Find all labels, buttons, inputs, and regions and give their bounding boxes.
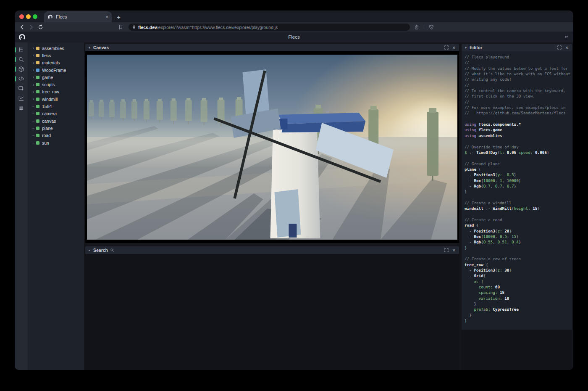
code-line: // https://github.com/SanderMertens/flec… — [465, 110, 572, 116]
tree-item-WoodFrame[interactable]: ›WoodFrame — [28, 66, 84, 74]
rail-stats-icon[interactable] — [15, 93, 28, 103]
entity-color-square — [36, 98, 39, 101]
chevron-right-icon[interactable]: › — [32, 75, 35, 79]
chevron-right-icon[interactable]: › — [32, 53, 35, 58]
rail-search-icon[interactable] — [15, 55, 28, 64]
reload-button[interactable] — [38, 24, 43, 30]
close-window-button[interactable] — [19, 14, 24, 19]
tree-item-label: sun — [42, 140, 49, 145]
rail-3d-cube-icon[interactable] — [15, 64, 28, 74]
tree-item-windmill[interactable]: ›windmill — [28, 95, 84, 103]
chevron-right-icon[interactable]: › — [32, 90, 35, 94]
code-line: - Box{10000, 1, 10000} — [465, 178, 572, 183]
search-expand-icon[interactable] — [444, 248, 449, 252]
code-line: using flecs.components.* — [465, 122, 572, 127]
search-close-icon[interactable]: ✕ — [452, 248, 456, 253]
code-line: tree_row { — [465, 262, 572, 267]
editor-panel-header: ▼ Editor ✕ — [462, 44, 572, 51]
rail-code-icon[interactable] — [15, 74, 28, 84]
entity-color-square — [36, 69, 39, 72]
browser-tab[interactable]: Flecs × — [44, 11, 112, 22]
tree-item-road[interactable]: –road — [28, 132, 84, 139]
code-line — [465, 195, 572, 200]
entity-color-square — [36, 76, 39, 79]
entity-color-square — [36, 47, 39, 50]
code-line: - Rgb{0.55, 0.51, 0.4} — [465, 239, 572, 245]
tab-title: Flecs — [56, 14, 106, 19]
tree-item-label: canvas — [42, 119, 56, 124]
chevron-down-icon[interactable]: ▼ — [464, 46, 467, 50]
tree-item-plane[interactable]: –plane — [28, 124, 84, 132]
back-button[interactable] — [19, 24, 25, 30]
tab-favicon-flecs-logo — [47, 14, 53, 20]
maximize-window-button[interactable] — [33, 14, 37, 19]
chevron-down-icon[interactable]: ▼ — [88, 46, 91, 50]
tree-item-label: scripts — [42, 82, 55, 87]
chevron-right-icon[interactable]: › — [32, 82, 35, 87]
rail-inspector-icon[interactable] — [15, 84, 28, 93]
tree-item-materials[interactable]: ›materials — [28, 59, 84, 66]
collapsed-dot-icon[interactable] — [89, 250, 90, 251]
code-line: // Flecs playground — [465, 54, 572, 60]
code-line — [465, 155, 572, 161]
tree-item-scripts[interactable]: ›scripts — [28, 81, 84, 88]
leaf-dash-icon: – — [32, 111, 35, 116]
code-line: - Box{10000, 0.5, 15} — [465, 234, 572, 239]
share-icon[interactable] — [414, 24, 419, 30]
tree-item-flecs[interactable]: ›flecs — [28, 52, 84, 59]
rail-commands-icon[interactable] — [15, 103, 28, 113]
tab-close-icon[interactable]: × — [106, 14, 108, 19]
leaf-dash-icon: – — [32, 126, 35, 130]
url-bar[interactable]: flecs.dev/explorer/?wasm=https://www.fle… — [129, 24, 410, 31]
tree-item-assemblies[interactable]: ›assemblies — [28, 45, 84, 52]
leaf-dash-icon: – — [32, 141, 35, 145]
canvas-expand-icon[interactable] — [444, 45, 449, 50]
rail-entities-tree-icon[interactable] — [15, 45, 28, 55]
editor-filler — [462, 330, 572, 370]
code-line — [465, 116, 572, 122]
bookmarks-icon[interactable] — [118, 24, 123, 30]
leaf-dash-icon: – — [32, 104, 35, 108]
editor-code[interactable]: // Flecs playground//// Modify the value… — [462, 51, 572, 324]
permalink-icon[interactable] — [564, 34, 569, 40]
canvas-3d-scene[interactable] — [87, 55, 457, 240]
windmill-door — [289, 224, 297, 238]
entity-color-square — [36, 119, 39, 123]
code-line: // writing any code! — [465, 77, 572, 82]
editor-panel-title: Editor — [470, 45, 482, 50]
tree-item-label: WoodFrame — [42, 68, 66, 73]
tree-item-game[interactable]: ›game — [28, 74, 84, 81]
tree-item-canvas[interactable]: –canvas — [28, 117, 84, 124]
code-line: // Create a road — [465, 217, 572, 222]
minimize-window-button[interactable] — [26, 14, 31, 19]
code-line: count: 60 — [465, 284, 572, 290]
code-line: } — [465, 189, 572, 194]
forward-button[interactable] — [29, 24, 34, 30]
tree-item-camera[interactable]: –camera — [28, 110, 84, 117]
chevron-right-icon[interactable]: › — [32, 46, 35, 50]
tree-item-1584[interactable]: –1584 — [28, 103, 84, 110]
chevron-right-icon[interactable]: › — [32, 61, 35, 65]
chevron-right-icon[interactable]: › — [32, 97, 35, 101]
canvas-close-icon[interactable]: ✕ — [452, 45, 456, 50]
tree-item-sun[interactable]: –sun — [28, 139, 84, 146]
entity-color-square — [36, 83, 39, 86]
tree-item-label: flecs — [42, 53, 51, 58]
code-line: using assemblies — [465, 133, 572, 138]
code-line: - Rgb{0.7, 0.7, 0.7} — [465, 183, 572, 189]
code-line: } — [465, 318, 572, 323]
tree-item-tree_row[interactable]: ›tree_row — [28, 88, 84, 95]
tree-item-label: windmill — [42, 97, 58, 102]
brave-shield-icon[interactable] — [429, 24, 434, 30]
editor-expand-icon[interactable] — [557, 45, 562, 50]
code-line: road { — [465, 222, 572, 228]
code-line: $ :- TimeOfDay{t: 0.05 speed: 0.005} — [465, 150, 572, 155]
editor-close-icon[interactable]: ✕ — [565, 45, 569, 50]
new-tab-button[interactable]: + — [117, 14, 121, 20]
tab-strip: Flecs × + — [15, 11, 573, 22]
code-line: // To control the camera with the keyboa… — [465, 88, 572, 93]
lock-icon — [132, 25, 136, 29]
editor-body[interactable]: // Flecs playground//// Modify the value… — [462, 51, 572, 330]
search-panel-title: Search — [93, 248, 108, 253]
chevron-right-icon[interactable]: › — [32, 68, 35, 72]
